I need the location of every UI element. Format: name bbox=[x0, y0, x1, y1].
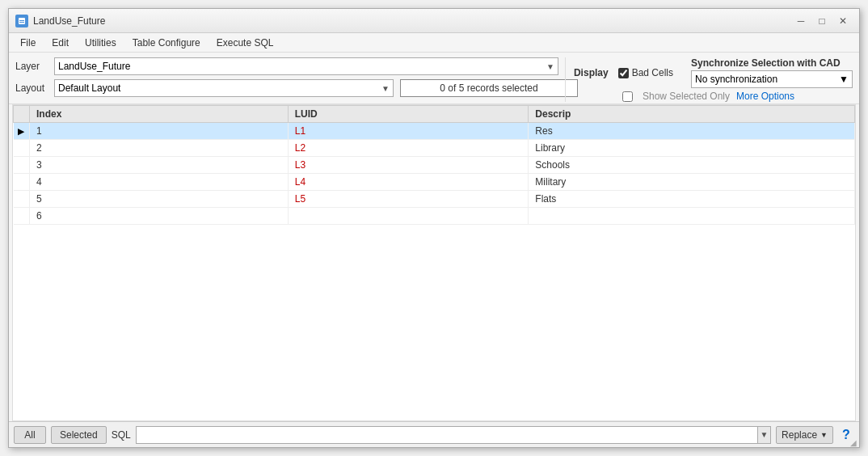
sync-dropdown[interactable]: No synchronization ▼ bbox=[691, 70, 853, 88]
row-luid: L5 bbox=[288, 191, 529, 208]
row-index: 5 bbox=[30, 191, 289, 208]
show-selected-label: Show Selected Only bbox=[643, 91, 730, 102]
table-row[interactable]: 4L4Military bbox=[14, 174, 855, 191]
col-luid: LUID bbox=[288, 106, 529, 123]
close-button[interactable]: ✕ bbox=[833, 13, 853, 29]
sql-label: SQL bbox=[112, 429, 131, 441]
minimize-button[interactable]: ─ bbox=[791, 13, 811, 29]
table-row[interactable]: ▶1L1Res bbox=[14, 123, 855, 140]
data-table: Index LUID Descrip ▶1L1Res2L2Library3L3S… bbox=[13, 105, 855, 225]
table-body: ▶1L1Res2L2Library3L3Schools4L4Military5L… bbox=[14, 123, 855, 225]
bad-cells-checkbox[interactable] bbox=[618, 68, 629, 78]
app-icon bbox=[15, 15, 28, 27]
menu-utilities[interactable]: Utilities bbox=[77, 33, 124, 52]
replace-label: Replace bbox=[782, 429, 817, 441]
window-title: LandUse_Future bbox=[33, 15, 105, 27]
row-descrip: Library bbox=[529, 140, 855, 157]
col-descrip: Descrip bbox=[529, 106, 855, 123]
layout-label: Layout bbox=[15, 82, 48, 94]
table-header-row: Index LUID Descrip bbox=[14, 106, 855, 123]
bad-cells-checkbox-label[interactable]: Bad Cells bbox=[618, 67, 673, 78]
row-index: 1 bbox=[30, 123, 289, 140]
resize-handle[interactable]: ◢ bbox=[850, 438, 858, 446]
row-luid: L3 bbox=[288, 157, 529, 174]
row-luid bbox=[288, 208, 529, 225]
table-row[interactable]: 3L3Schools bbox=[14, 157, 855, 174]
layer-value: LandUse_Future bbox=[58, 61, 130, 72]
maximize-button[interactable]: □ bbox=[812, 13, 832, 29]
show-selected-checkbox[interactable] bbox=[622, 91, 633, 102]
display-row: Display Bad Cells Synchronize Selection … bbox=[574, 57, 853, 88]
layer-label: Layer bbox=[15, 61, 48, 72]
title-bar: LandUse_Future ─ □ ✕ bbox=[9, 9, 859, 33]
row-descrip bbox=[529, 208, 855, 225]
row-arrow bbox=[14, 174, 30, 191]
svg-rect-2 bbox=[19, 22, 24, 23]
layout-dropdown[interactable]: Default Layout ▼ bbox=[54, 79, 394, 97]
sync-dropdown-arrow: ▼ bbox=[839, 74, 849, 85]
main-window: LandUse_Future ─ □ ✕ File Edit Utilities… bbox=[8, 8, 860, 448]
menu-edit[interactable]: Edit bbox=[44, 33, 77, 52]
row-index: 2 bbox=[30, 140, 289, 157]
row-arrow bbox=[14, 191, 30, 208]
layout-dropdown-arrow: ▼ bbox=[381, 84, 390, 93]
menu-bar: File Edit Utilities Table Configure Exec… bbox=[9, 33, 859, 53]
row-arrow: ▶ bbox=[14, 123, 30, 140]
more-options-link[interactable]: More Options bbox=[736, 91, 794, 102]
row-descrip: Res bbox=[529, 123, 855, 140]
col-arrow bbox=[14, 106, 30, 123]
menu-table-configure[interactable]: Table Configure bbox=[124, 33, 209, 52]
layer-dropdown-arrow: ▼ bbox=[546, 62, 554, 71]
svg-rect-1 bbox=[19, 20, 24, 21]
table-area: Index LUID Descrip ▶1L1Res2L2Library3L3S… bbox=[12, 104, 856, 421]
selected-button[interactable]: Selected bbox=[51, 426, 107, 444]
records-text: 0 of 5 records selected bbox=[440, 82, 537, 94]
replace-arrow-icon: ▼ bbox=[820, 431, 828, 439]
row-luid: L2 bbox=[288, 140, 529, 157]
row-descrip: Military bbox=[529, 174, 855, 191]
row-descrip: Flats bbox=[529, 191, 855, 208]
menu-file[interactable]: File bbox=[12, 33, 44, 52]
all-button[interactable]: All bbox=[14, 426, 46, 444]
sync-value: No synchronization bbox=[695, 74, 777, 85]
table-row[interactable]: 2L2Library bbox=[14, 140, 855, 157]
row-arrow bbox=[14, 157, 30, 174]
show-selected-row: Show Selected Only More Options bbox=[622, 91, 853, 102]
layout-value: Default Layout bbox=[58, 82, 120, 94]
row-arrow bbox=[14, 208, 30, 225]
title-controls: ─ □ ✕ bbox=[791, 13, 853, 29]
row-index: 6 bbox=[30, 208, 289, 225]
row-index: 4 bbox=[30, 174, 289, 191]
sql-dropdown-arrow[interactable]: ▼ bbox=[757, 427, 770, 443]
row-luid: L4 bbox=[288, 174, 529, 191]
records-selected-box: 0 of 5 records selected bbox=[400, 79, 578, 97]
menu-execute-sql[interactable]: Execute SQL bbox=[209, 33, 282, 52]
sql-input-wrapper: ▼ bbox=[136, 426, 771, 444]
table-row[interactable]: 5L5Flats bbox=[14, 191, 855, 208]
row-descrip: Schools bbox=[529, 157, 855, 174]
layer-dropdown[interactable]: LandUse_Future ▼ bbox=[54, 57, 558, 75]
table-row[interactable]: 6 bbox=[14, 208, 855, 225]
sql-input[interactable] bbox=[137, 427, 757, 443]
row-index: 3 bbox=[30, 157, 289, 174]
row-arrow bbox=[14, 140, 30, 157]
bad-cells-label: Bad Cells bbox=[632, 67, 673, 78]
replace-button[interactable]: Replace ▼ bbox=[776, 426, 833, 444]
status-bar: All Selected SQL ▼ Replace ▼ ? bbox=[9, 421, 859, 447]
display-label: Display bbox=[574, 67, 609, 78]
col-index: Index bbox=[30, 106, 289, 123]
title-bar-left: LandUse_Future bbox=[15, 15, 105, 27]
row-luid: L1 bbox=[288, 123, 529, 140]
sync-label: Synchronize Selection with CAD bbox=[691, 57, 853, 69]
